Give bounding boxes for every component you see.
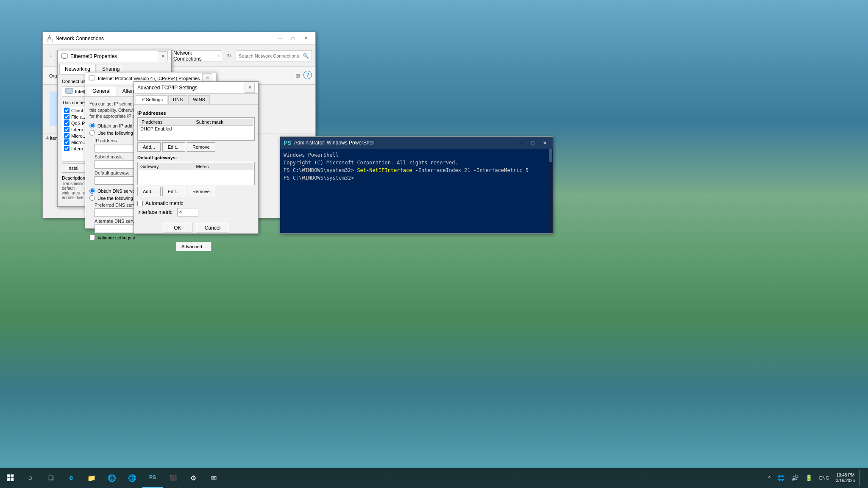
ps-close[interactable]: ✕ [540,138,549,147]
adv-tab-dns[interactable]: DNS [168,95,187,104]
validate-checkbox[interactable] [89,235,95,240]
item-checkbox-1[interactable] [64,108,70,113]
minimize-button[interactable]: ─ [274,32,287,45]
ipv4-props-title: Internet Protocol Version 4 (TCP/IPv4) P… [98,76,202,81]
language-indicator[interactable]: ENG [817,468,832,488]
metric-section: Automatic metric Interface metric: [137,200,255,216]
dhcp-label: DHCP Enabled [140,126,196,131]
dhcp-row: DHCP Enabled [139,126,253,132]
ps-scrollbar-thumb[interactable] [549,149,552,162]
use-following-dns-radio[interactable] [89,195,95,201]
automatic-metric-row[interactable]: Automatic metric [137,200,255,206]
svg-rect-17 [67,93,72,94]
back-button[interactable]: ← [46,51,56,61]
item-checkbox-3[interactable] [64,120,70,126]
use-following-ip-radio[interactable] [89,130,95,136]
adv-tab-wins[interactable]: WINS [188,95,210,104]
start-button[interactable] [0,468,20,488]
advanced-tcp-close[interactable]: ✕ [245,83,255,93]
view-button[interactable]: ⊞ [292,71,303,81]
close-button[interactable]: ✕ [299,32,312,45]
ip-edit-button[interactable]: Edit... [162,142,185,152]
item-checkbox-4[interactable] [64,127,70,132]
ipv4-tab-general[interactable]: General [87,86,116,96]
ethernet0-props-close[interactable]: ✕ [158,51,168,61]
gw-buttons-row: Add... Edit... Remove [137,187,255,196]
install-button[interactable]: Install [62,164,85,173]
advanced-cancel-button[interactable]: Cancel [196,223,229,233]
search-input[interactable] [239,53,303,58]
gw-remove-button[interactable]: Remove [187,187,215,196]
ip-address-col: IP address [140,119,196,125]
ps-maximize[interactable]: □ [528,138,537,147]
ie-button[interactable]: 🌐 [102,468,122,488]
breadcrumb-sep-3: › [218,53,219,58]
breadcrumb-network-connections[interactable]: Network Connections [173,50,216,62]
gateway-col: Gateway [140,164,196,169]
ps-line-5: PS C:\WINDOWS\system32> [284,174,549,182]
ps-titlebar: PS Administrator: Windows PowerShell ─ □… [280,137,553,149]
ps-minimize[interactable]: ─ [516,138,526,147]
svg-rect-21 [7,478,10,481]
advanced-button[interactable]: Advanced... [176,242,211,251]
mail-button[interactable]: ✉ [203,468,224,488]
help-button[interactable]: ? [303,71,312,79]
ps-prompt-1: PS C:\WINDOWS\system32> [284,167,357,173]
ps-cmd-params: -InterfaceIndex 21 -InterfaceMetric 5 [412,167,529,173]
item-label-2: File a... [71,114,86,119]
notification-chevron[interactable]: ^ [766,468,773,488]
terminal-button[interactable]: ⬛ [163,468,183,488]
svg-point-3 [49,35,50,36]
ps-line-2: Copyright (C) Microsoft Corporation. All… [284,159,549,166]
item-checkbox-5[interactable] [64,133,70,139]
chrome-button[interactable]: 🌐 [122,468,142,488]
network-status[interactable]: 🌐 [775,468,787,488]
battery-status[interactable]: 🔋 [803,468,815,488]
dhcp-mask [196,126,252,131]
empty-gw-rows [139,170,253,182]
datetime-display[interactable]: 10:48 PM3/16/2026 [834,468,858,488]
advanced-ok-button[interactable]: OK [163,223,192,233]
item-checkbox-2[interactable] [64,114,70,119]
use-following-ip-label: Use the following IP [97,130,139,136]
ip-remove-button[interactable]: Remove [187,142,215,152]
interface-metric-input[interactable] [177,208,198,216]
svg-rect-19 [7,474,10,477]
task-view-button[interactable]: ❑ [41,468,61,488]
item-checkbox-6[interactable] [64,139,70,145]
svg-rect-0 [47,39,52,42]
item-label-5: Micro... [71,133,86,139]
edge-button[interactable]: e [61,468,81,488]
ip-add-button[interactable]: Add... [137,142,161,152]
ps-title: Administrator: Windows PowerShell [294,140,514,146]
show-desktop-button[interactable] [859,470,865,486]
interface-metric-label: Interface metric: [137,209,174,215]
settings-button[interactable]: ⚙ [183,468,203,488]
adv-tab-ip[interactable]: IP Settings [136,95,167,104]
ps-content[interactable]: Windows PowerShell Copyright (C) Microso… [280,149,553,233]
ethernet0-props-icon [61,53,68,60]
automatic-metric-label: Automatic metric [145,200,183,206]
search-box[interactable]: 🔍 [236,50,312,61]
advanced-tcp-titlebar: Advanced TCP/IP Settings ✕ [134,82,258,94]
maximize-button[interactable]: □ [287,32,299,45]
svg-rect-16 [65,89,73,93]
gw-edit-button[interactable]: Edit... [162,187,185,196]
validate-label: Validate settings u [97,235,135,240]
gw-add-button[interactable]: Add... [137,187,161,196]
metric-col: Metric [196,164,252,169]
files-button[interactable]: 📁 [81,468,102,488]
default-gateways-list[interactable]: Gateway Metric [137,162,255,185]
subnet-mask-col: Subnet mask [196,119,252,125]
ps-taskbar-button[interactable]: PS [142,468,163,488]
sound-status[interactable]: 🔊 [789,468,801,488]
refresh-button[interactable]: ↻ [224,51,234,61]
adapter-icon [65,88,73,95]
search-button[interactable]: ○ [20,468,41,488]
ip-addresses-list[interactable]: IP address Subnet mask DHCP Enabled [137,117,255,141]
item-checkbox-7[interactable] [64,146,70,151]
automatic-metric-checkbox[interactable] [137,201,143,206]
obtain-dns-radio[interactable] [89,188,95,194]
ps-scrollbar[interactable] [548,149,553,233]
obtain-ip-radio[interactable] [89,123,95,128]
